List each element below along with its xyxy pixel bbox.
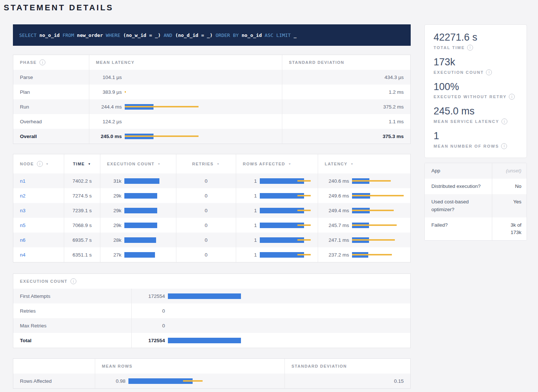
execution-count-value: 29k <box>100 193 121 199</box>
rows-affected-bar-chart <box>260 178 313 184</box>
rows-affected-table: MEAN ROWS STANDARD DEVIATION Rows Affect… <box>13 358 411 389</box>
rows-affected-cell: 1 <box>236 247 318 262</box>
phase-table-body: Parse 104.1 µs 434.3 µs Plan 383.9 µs 1.… <box>13 70 410 144</box>
execution-count-bar-chart <box>124 178 172 184</box>
latency-value: 249.4 ms <box>318 208 349 213</box>
detail-row: Distributed execution? No <box>425 179 527 194</box>
info-icon[interactable]: i <box>501 118 507 124</box>
execution-count-row-value: 172554 <box>132 293 165 299</box>
stddev-value: 0.15 <box>284 374 411 388</box>
table-row: Max Retries 0 <box>13 318 410 333</box>
execution-count-value-cell: 172554 <box>131 333 411 348</box>
execution-count-row-label: Retries <box>13 303 131 318</box>
execution-count-row-label: Max Retries <box>13 318 131 333</box>
stddev-bar <box>352 180 391 182</box>
info-icon[interactable]: i <box>501 143 507 149</box>
stddev-bar <box>297 239 311 241</box>
node-link[interactable]: n6 <box>20 237 25 243</box>
node-statistics-table: NODE i ▼ TIME ▼ EXECUTION COUNT ▼ RETRIE… <box>13 154 411 262</box>
stat-label-text: MEAN SERVICE LATENCY <box>434 119 499 124</box>
statement-details-card: App (unset) Distributed execution? No Us… <box>424 163 527 241</box>
mean-latency-value: 245.0 ms <box>89 134 122 139</box>
table-row: n4 6351.1 s 27k 0 1 237.2 ms <box>13 247 410 262</box>
blank-column-header <box>13 359 95 374</box>
info-icon[interactable]: i <box>70 278 76 284</box>
latency-value: 237.2 ms <box>318 252 349 258</box>
sql-token-identifier: no_o_id <box>242 32 265 38</box>
sql-token-identifier: _ <box>294 32 297 38</box>
stddev-bar <box>297 210 311 211</box>
info-icon[interactable]: i <box>39 59 45 65</box>
node-header-label: NODE <box>20 162 34 166</box>
stddev-bar <box>125 135 199 137</box>
rows-affected-bar-chart <box>260 237 313 243</box>
sql-token-keyword: AND <box>163 32 175 38</box>
stddev-bar <box>297 254 311 255</box>
info-icon[interactable]: i <box>467 45 473 51</box>
detail-value: No <box>492 179 527 194</box>
latency-bar-chart <box>352 237 407 243</box>
node-link[interactable]: n1 <box>20 178 25 184</box>
latency-value: 247.1 ms <box>318 237 349 243</box>
info-icon[interactable]: i <box>509 94 515 100</box>
execution-count-bar-chart <box>124 237 172 243</box>
execution-count-cell: 29k <box>100 203 176 218</box>
execution-count-table: EXECUTION COUNT i First Attempts 172554 … <box>13 274 411 348</box>
stat-label: EXECUTION COUNT i <box>434 69 518 75</box>
sort-arrow-icon: ▼ <box>88 162 91 166</box>
node-link[interactable]: n4 <box>20 252 25 258</box>
node-link[interactable]: n5 <box>20 223 25 228</box>
node-cell: n3 <box>13 203 64 218</box>
mean-latency-cell: 104.1 µs <box>89 70 282 85</box>
execution-count-column-header[interactable]: EXECUTION COUNT ▼ <box>100 154 176 173</box>
latency-bar-chart <box>352 223 407 228</box>
info-icon[interactable]: i <box>486 69 492 75</box>
phase-latency-table: PHASE i MEAN LATENCY STANDARD DEVIATION … <box>13 55 411 144</box>
stat-value: 1 <box>434 130 518 142</box>
info-icon[interactable]: i <box>37 161 43 167</box>
stddev-bar <box>125 106 199 107</box>
rows-affected-value: 1 <box>236 237 257 243</box>
execution-count-cell: 29k <box>100 218 176 233</box>
execution-count-row-value: 0 <box>132 308 165 314</box>
sql-token-keyword: ASC LIMIT <box>265 32 293 38</box>
execution-count-bar-chart <box>168 323 407 329</box>
execution-count-cell: 27k <box>100 247 176 262</box>
node-cell: n1 <box>13 173 64 188</box>
rows-affected-cell: 1 <box>236 188 318 203</box>
main-column: SELECT no_o_id FROM new_order WHERE (no_… <box>13 24 411 389</box>
latency-column-header[interactable]: LATENCY ▼ <box>318 154 411 173</box>
rows-affected-bar-chart <box>260 208 313 213</box>
stat-value: 173k <box>434 56 518 69</box>
stat-block: 1 MEAN NUMBER OF ROWS i <box>434 130 518 149</box>
table-row: Total 172554 <box>13 333 410 348</box>
latency-cell: 249.6 ms <box>318 188 411 203</box>
time-column-header[interactable]: TIME ▼ <box>64 154 100 173</box>
node-table-header-row: NODE i ▼ TIME ▼ EXECUTION COUNT ▼ RETRIE… <box>13 154 410 173</box>
rows-affected-value: 1 <box>236 252 257 258</box>
stddev-bar <box>183 380 203 382</box>
execution-count-table-body: First Attempts 172554 Retries 0 Max <box>13 289 410 348</box>
mean-rows-column-header: MEAN ROWS <box>95 359 284 374</box>
node-column-header[interactable]: NODE i ▼ <box>13 154 64 173</box>
detail-value: Yes <box>492 194 527 217</box>
stat-block: 173k EXECUTION COUNT i <box>434 56 518 75</box>
stddev-bar <box>352 195 404 196</box>
mean-bar <box>124 208 157 213</box>
page-title: STATEMENT DETAILS <box>4 3 114 13</box>
sql-token-identifier: no_o_id <box>39 32 63 38</box>
sort-arrow-icon: ▼ <box>288 162 292 166</box>
rows-affected-column-header[interactable]: ROWS AFFECTED ▼ <box>236 154 318 173</box>
retries-column-header[interactable]: RETRIES ▼ <box>176 154 236 173</box>
retries-value: 0 <box>176 247 236 262</box>
stat-value: 100% <box>434 81 518 93</box>
stat-label-text: EXECUTION COUNT <box>434 70 484 75</box>
node-link[interactable]: n3 <box>20 208 25 213</box>
execution-count-table-header-label: EXECUTION COUNT <box>20 279 68 283</box>
mean-latency-cell: 383.9 µs <box>89 85 282 99</box>
stat-label-text: TOTAL TIME <box>434 45 465 50</box>
retries-value: 0 <box>176 188 236 203</box>
mean-bar <box>124 237 156 243</box>
mean-bar <box>124 193 157 199</box>
node-link[interactable]: n2 <box>20 193 25 199</box>
